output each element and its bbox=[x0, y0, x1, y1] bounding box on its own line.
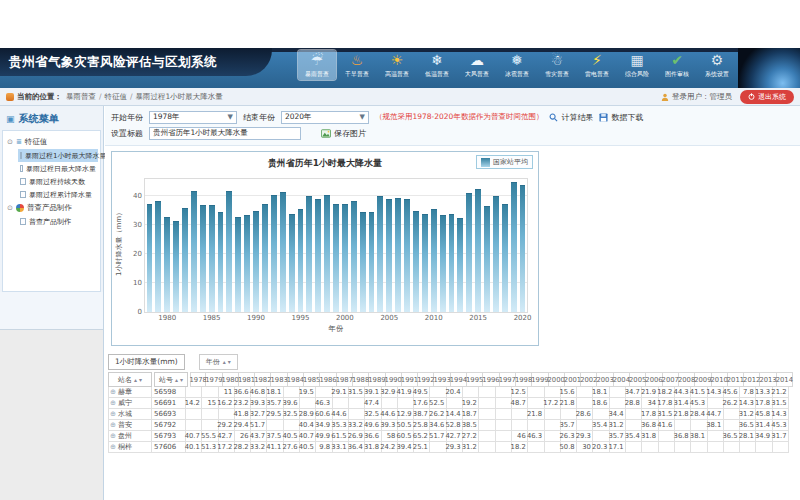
year-column-header[interactable]: 2004 bbox=[614, 372, 630, 387]
year-column-header[interactable]: 1990 bbox=[386, 372, 402, 387]
year-column-header[interactable]: 1998 bbox=[516, 372, 532, 387]
row-expand-icon[interactable]: ⊕ bbox=[110, 389, 116, 396]
year-column-header[interactable]: 1979 bbox=[206, 372, 222, 387]
year-column-header[interactable]: 2011 bbox=[728, 372, 744, 387]
year-column-header[interactable]: 1999 bbox=[532, 372, 548, 387]
year-column-header[interactable]: 2014 bbox=[777, 372, 793, 387]
y-tick-label: 10 bbox=[127, 279, 142, 287]
year-column-header[interactable]: 1988 bbox=[353, 372, 369, 387]
toolbar-item-图件审核[interactable]: ✔图件审核 bbox=[658, 50, 696, 80]
year-column-header[interactable]: 2002 bbox=[581, 372, 597, 387]
toolbar-item-雪灾普查[interactable]: ☃雪灾普查 bbox=[538, 50, 576, 80]
toolbar-item-暴雨普查[interactable]: ☔暴雨普查 bbox=[298, 50, 336, 80]
breadcrumb-item[interactable]: 暴雨普查 bbox=[66, 92, 96, 102]
toolbar-item-低温普查[interactable]: ❄低温普查 bbox=[418, 50, 456, 80]
row-expand-icon[interactable]: ⊕ bbox=[110, 444, 116, 451]
year-column-header[interactable]: 2006 bbox=[646, 372, 662, 387]
sidebar-item-普查产品制作[interactable]: 普查产品制作 bbox=[18, 215, 98, 228]
year-column-header[interactable]: 1980 bbox=[223, 372, 239, 387]
year-column-header[interactable]: 2001 bbox=[565, 372, 581, 387]
tree-group-普查产品制作[interactable]: ⊙普查产品制作 bbox=[5, 201, 98, 215]
year-column-header[interactable]: 1983 bbox=[271, 372, 287, 387]
value-cell bbox=[626, 420, 642, 431]
settings-icon: ⚙ bbox=[711, 52, 724, 69]
expander-icon[interactable]: ⊙ bbox=[7, 204, 13, 212]
value-cell: 26.9 bbox=[349, 431, 365, 442]
toolbar-item-系统设置[interactable]: ⚙系统设置 bbox=[698, 50, 736, 80]
year-column-header[interactable]: 1981 bbox=[239, 372, 255, 387]
year-column-header[interactable]: 1997 bbox=[500, 372, 516, 387]
bar-1980 bbox=[164, 217, 170, 312]
breadcrumb-item[interactable]: 暴雨过程1小时最大降水量 bbox=[136, 92, 223, 102]
year-column-header[interactable]: 1978 bbox=[190, 372, 206, 387]
breadcrumb-item[interactable]: 特征值 bbox=[105, 92, 128, 102]
sort-filter-icons[interactable]: ▴ ▾ bbox=[134, 376, 142, 383]
sidebar-item-暴雨过程日最大降水量[interactable]: 暴雨过程日最大降水量 bbox=[18, 162, 98, 175]
value-cell bbox=[724, 442, 740, 453]
row-expand-icon[interactable]: ⊕ bbox=[110, 400, 116, 407]
save-image-button[interactable]: 保存图片 bbox=[321, 128, 366, 139]
year-column-header[interactable]: 1982 bbox=[255, 372, 271, 387]
hail-icon: ❅ bbox=[511, 52, 523, 69]
sort-filter-icons[interactable]: ▴ ▾ bbox=[175, 376, 183, 383]
toolbar-item-综合风险[interactable]: ▦综合风险 bbox=[618, 50, 656, 80]
row-expand-icon[interactable]: ⊕ bbox=[110, 422, 116, 429]
toolbar-item-干旱普查[interactable]: ♨干旱普查 bbox=[338, 50, 376, 80]
toolbar-item-大风普查[interactable]: ☁大风普查 bbox=[458, 50, 496, 80]
year-column-header[interactable]: 1987 bbox=[337, 372, 353, 387]
sidebar-item-暴雨过程1小时最大降水量[interactable]: 暴雨过程1小时最大降水量 bbox=[18, 149, 98, 162]
year-column-header[interactable]: 1996 bbox=[483, 372, 499, 387]
calculate-button[interactable]: 计算结果 bbox=[549, 112, 593, 123]
year-column-header[interactable]: 1991 bbox=[402, 372, 418, 387]
tree-group-特征值[interactable]: ⊙≣特征值 bbox=[5, 135, 98, 149]
station-id-header[interactable]: 站号 ▴ ▾ bbox=[154, 372, 188, 387]
year-column-header[interactable]: 1984 bbox=[288, 372, 304, 387]
year-column-header[interactable]: 1994 bbox=[451, 372, 467, 387]
value-cell: 44.6 bbox=[382, 409, 398, 420]
year-column-header[interactable]: 1993 bbox=[434, 372, 450, 387]
year-column-header[interactable]: 2012 bbox=[744, 372, 760, 387]
value-cell: 14.3 bbox=[773, 409, 789, 420]
value-cell: 28.4 bbox=[691, 409, 707, 420]
year-column-header[interactable]: 2010 bbox=[712, 372, 728, 387]
logout-button[interactable]: 退出系统 bbox=[740, 90, 794, 104]
year-column-header[interactable]: 2000 bbox=[549, 372, 565, 387]
bar-2010 bbox=[431, 209, 437, 312]
toolbar-item-冰雹普查[interactable]: ❅冰雹普查 bbox=[498, 50, 536, 80]
end-year-select[interactable]: 2020年 ▼ bbox=[281, 111, 369, 124]
year-group-header[interactable]: 年份 ▴ ▾ bbox=[199, 354, 238, 370]
year-column-header[interactable]: 1986 bbox=[320, 372, 336, 387]
station-name: 盘州 bbox=[118, 431, 132, 441]
value-cell: 35.7 bbox=[561, 420, 577, 431]
row-expand-icon[interactable]: ⊕ bbox=[110, 433, 116, 440]
value-cell bbox=[398, 398, 414, 409]
rainstorm-icon: ☔ bbox=[311, 52, 324, 69]
toolbar-item-雷电普查[interactable]: ⚡雷电普查 bbox=[578, 50, 616, 80]
year-column-header[interactable]: 1989 bbox=[369, 372, 385, 387]
toolbar-item-高温普查[interactable]: ☀高温普查 bbox=[378, 50, 416, 80]
sidebar-item-暴雨过程持续天数[interactable]: 暴雨过程持续天数 bbox=[18, 175, 98, 188]
year-column-header[interactable]: 2009 bbox=[695, 372, 711, 387]
station-name-header[interactable]: 站名 ▴ ▾ bbox=[108, 372, 152, 387]
year-column-header[interactable]: 2005 bbox=[630, 372, 646, 387]
year-column-header[interactable]: 1992 bbox=[418, 372, 434, 387]
year-column-header[interactable]: 2008 bbox=[679, 372, 695, 387]
value-cell bbox=[610, 387, 626, 398]
sidebar-item-暴雨过程累计降水量[interactable]: 暴雨过程累计降水量 bbox=[18, 188, 98, 201]
year-column-header[interactable]: 2003 bbox=[597, 372, 613, 387]
year-column-header[interactable]: 1985 bbox=[304, 372, 320, 387]
year-column-header[interactable]: 2007 bbox=[663, 372, 679, 387]
start-year-select[interactable]: 1978年 ▼ bbox=[149, 111, 237, 124]
value-cell: 51.7 bbox=[430, 431, 446, 442]
row-expand-icon[interactable]: ⊕ bbox=[110, 411, 116, 418]
value-cell bbox=[382, 398, 398, 409]
y-tick-label: 20 bbox=[127, 250, 142, 258]
expander-icon[interactable]: ⊙ bbox=[7, 138, 13, 146]
download-button[interactable]: 数据下载 bbox=[599, 112, 643, 123]
chart-title-input[interactable] bbox=[149, 127, 301, 140]
bar-2008 bbox=[413, 211, 419, 312]
sort-filter-icons[interactable]: ▴ ▾ bbox=[223, 358, 231, 365]
bar-1995 bbox=[298, 209, 304, 312]
year-column-header[interactable]: 1995 bbox=[467, 372, 483, 387]
year-column-header[interactable]: 2013 bbox=[760, 372, 776, 387]
